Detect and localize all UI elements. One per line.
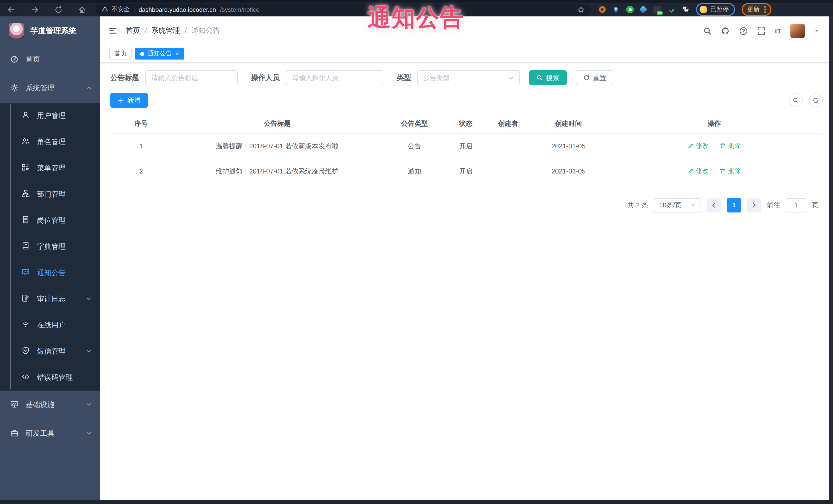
back-icon[interactable] bbox=[7, 5, 16, 14]
fullscreen-icon[interactable] bbox=[757, 26, 765, 35]
toggle-search-button[interactable] bbox=[789, 93, 803, 107]
sidebar-item-role-management[interactable]: 角色管理 bbox=[0, 129, 100, 155]
reload-icon[interactable] bbox=[54, 5, 63, 14]
online-signal-icon bbox=[22, 320, 30, 330]
delete-link[interactable]: 删除 bbox=[720, 167, 741, 175]
extension-blue-gem-icon[interactable] bbox=[639, 5, 647, 13]
extension-location-pin-icon[interactable] bbox=[612, 6, 619, 13]
search-icon bbox=[536, 74, 543, 81]
on-badge: on bbox=[657, 11, 663, 15]
prev-page-button[interactable] bbox=[707, 198, 721, 212]
not-secure-warning[interactable]: 不安全 bbox=[102, 5, 130, 14]
delete-link[interactable]: 删除 bbox=[720, 142, 741, 150]
profile-paused-chip[interactable]: 已暂停 bbox=[696, 3, 735, 16]
sidebar-item-post-management[interactable]: 岗位管理 bbox=[0, 207, 100, 234]
edit-link[interactable]: 修改 bbox=[688, 167, 709, 175]
next-page-button[interactable] bbox=[747, 198, 761, 212]
sidebar-item-dict-management[interactable]: 字典管理 bbox=[0, 234, 100, 260]
cell-no: 1 bbox=[110, 134, 172, 159]
refresh-table-button[interactable] bbox=[809, 93, 823, 107]
sidebar-item-dev-tools[interactable]: 研发工具 bbox=[0, 419, 100, 448]
table-row: 2 维护通知：2018-07-01 若依系统凌晨维护 通知 开启 2021-01… bbox=[110, 159, 823, 184]
sidebar-item-label: 基础设施 bbox=[26, 400, 54, 410]
sidebar-item-user-management[interactable]: 用户管理 bbox=[0, 103, 100, 129]
cell-actions: 修改 删除 bbox=[605, 159, 823, 184]
font-size-icon[interactable]: tT bbox=[775, 27, 781, 34]
bookmark-star-icon[interactable] bbox=[577, 6, 585, 13]
plus-icon bbox=[118, 97, 124, 104]
browser-update-button[interactable]: 更新 bbox=[742, 3, 771, 16]
extension-green-circle-icon[interactable] bbox=[626, 6, 634, 13]
url-path: /system/notice bbox=[220, 6, 259, 13]
refresh-icon bbox=[812, 97, 819, 104]
app-logo[interactable]: 芋道管理系统 bbox=[0, 17, 100, 45]
sidebar-item-error-code-management[interactable]: 错误码管理 bbox=[0, 364, 100, 390]
pagination: 共 2 条 10条/页 1 前往 页 bbox=[110, 198, 823, 212]
operator-filter-label: 操作人员 bbox=[251, 73, 280, 82]
sidebar-item-menu-management[interactable]: 菜单管理 bbox=[0, 155, 100, 181]
sidebar-item-sms-management[interactable]: 短信管理 bbox=[0, 338, 100, 364]
tag-home[interactable]: 首页 bbox=[109, 48, 132, 59]
edit-link[interactable]: 修改 bbox=[688, 142, 709, 150]
sidebar: 芋道管理系统 首页 系统管理 用户管理 角色管理 bbox=[0, 17, 100, 504]
home-icon[interactable] bbox=[78, 5, 86, 14]
screen: 不安全 dashboard.yudao.iocoder.cn/system/no… bbox=[0, 0, 833, 504]
forward-icon[interactable] bbox=[31, 5, 39, 14]
dictionary-book-icon bbox=[22, 242, 30, 251]
sidebar-item-label: 研发工具 bbox=[26, 429, 54, 438]
sidebar-item-home[interactable]: 首页 bbox=[0, 45, 100, 74]
header-search-icon[interactable] bbox=[703, 26, 712, 35]
tag-close-icon[interactable]: × bbox=[175, 51, 179, 57]
operator-filter-input[interactable] bbox=[286, 70, 383, 85]
extension-proxy-icon[interactable]: on bbox=[653, 6, 661, 13]
sidebar-item-department-management[interactable]: 部门管理 bbox=[0, 181, 100, 207]
breadcrumb-home[interactable]: 首页 bbox=[126, 26, 140, 35]
col-creator: 创建者 bbox=[485, 114, 531, 134]
url-host: dashboard.yudao.iocoder.cn bbox=[139, 6, 216, 13]
type-select-placeholder: 公告类型 bbox=[423, 73, 450, 82]
sidebar-item-system-management[interactable]: 系统管理 bbox=[0, 74, 100, 103]
message-bubble-icon bbox=[22, 268, 30, 278]
extensions-puzzle-icon[interactable] bbox=[682, 6, 689, 13]
type-filter-select[interactable]: 公告类型 bbox=[417, 70, 520, 85]
system-management-submenu: 用户管理 角色管理 菜单管理 部门管理 岗位管理 bbox=[0, 103, 100, 390]
page-unit-label: 页 bbox=[812, 200, 818, 210]
cell-type: 通知 bbox=[382, 159, 447, 184]
tag-notice-active[interactable]: 通知公告 × bbox=[135, 48, 184, 59]
sidebar-item-online-users[interactable]: 在线用户 bbox=[0, 312, 100, 338]
help-question-icon[interactable] bbox=[739, 26, 747, 35]
gear-icon bbox=[10, 83, 19, 93]
sidebar-item-label: 岗位管理 bbox=[37, 216, 66, 225]
avatar[interactable] bbox=[790, 24, 805, 38]
edit-label: 修改 bbox=[696, 167, 709, 175]
right-toolbar bbox=[789, 93, 823, 107]
sidebar-item-infrastructure[interactable]: 基础设施 bbox=[0, 390, 100, 419]
tag-label: 通知公告 bbox=[147, 49, 172, 58]
shield-check-icon bbox=[22, 346, 30, 356]
breadcrumb-system[interactable]: 系统管理 bbox=[151, 26, 180, 35]
monitor-icon bbox=[10, 400, 19, 410]
sidebar-toggle-icon[interactable] bbox=[108, 26, 118, 35]
goto-page-input[interactable] bbox=[786, 198, 806, 212]
cell-no: 2 bbox=[110, 159, 172, 184]
chevron-down-icon bbox=[86, 295, 92, 303]
page-size-select[interactable]: 10条/页 bbox=[654, 198, 701, 212]
github-icon[interactable] bbox=[721, 26, 730, 35]
sidebar-item-notice-announcement[interactable]: 通知公告 bbox=[0, 260, 100, 286]
browser-scrollbar[interactable] bbox=[829, 17, 833, 500]
avatar-caret-down-icon[interactable] bbox=[814, 28, 820, 33]
search-button[interactable]: 搜索 bbox=[529, 70, 567, 85]
delete-label: 删除 bbox=[728, 142, 741, 150]
browser-menu-kebab-icon[interactable] bbox=[764, 6, 766, 13]
sidebar-item-label: 首页 bbox=[26, 55, 40, 64]
title-filter-input[interactable] bbox=[145, 70, 238, 85]
app-frame: 芋道管理系统 首页 系统管理 用户管理 角色管理 bbox=[0, 17, 833, 504]
extension-orange-ring-icon[interactable] bbox=[599, 6, 605, 13]
page-number-active[interactable]: 1 bbox=[727, 198, 741, 212]
url-bar[interactable]: 不安全 dashboard.yudao.iocoder.cn/system/no… bbox=[95, 3, 591, 16]
reset-button[interactable]: 重置 bbox=[576, 70, 613, 85]
extension-leaf-icon[interactable] bbox=[668, 6, 675, 13]
add-button[interactable]: 新增 bbox=[110, 93, 148, 108]
id-badge-icon bbox=[22, 216, 30, 225]
sidebar-item-audit-log[interactable]: 审计日志 bbox=[0, 286, 100, 312]
